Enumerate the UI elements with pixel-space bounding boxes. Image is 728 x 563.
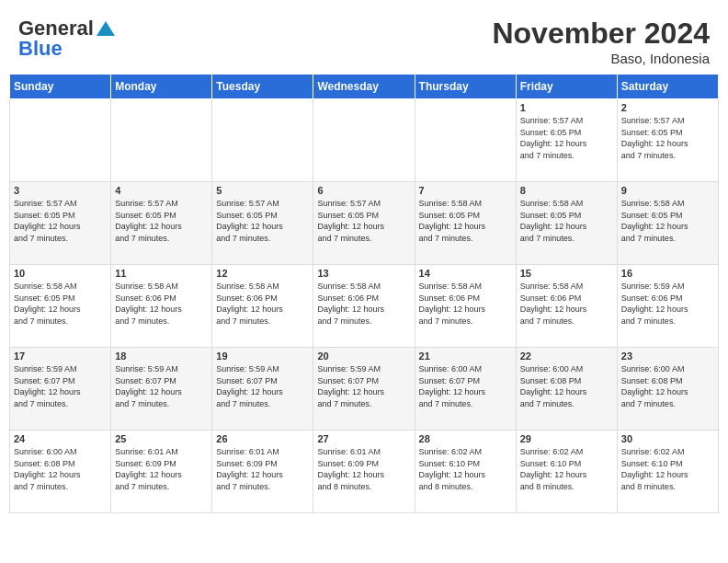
- calendar-table: SundayMondayTuesdayWednesdayThursdayFrid…: [9, 74, 719, 513]
- day-info: Sunrise: 5:57 AM Sunset: 6:05 PM Dayligh…: [216, 198, 309, 244]
- day-number: 7: [419, 185, 512, 196]
- calendar-cell: 10Sunrise: 5:58 AM Sunset: 6:05 PM Dayli…: [10, 265, 111, 348]
- day-info: Sunrise: 5:58 AM Sunset: 6:06 PM Dayligh…: [419, 281, 512, 327]
- calendar-cell: 28Sunrise: 6:02 AM Sunset: 6:10 PM Dayli…: [415, 431, 516, 513]
- day-info: Sunrise: 5:58 AM Sunset: 6:06 PM Dayligh…: [216, 281, 309, 327]
- day-info: Sunrise: 5:58 AM Sunset: 6:05 PM Dayligh…: [419, 198, 512, 244]
- location: Baso, Indonesia: [492, 51, 710, 66]
- weekday-header-monday: Monday: [111, 75, 212, 99]
- calendar-cell: 25Sunrise: 6:01 AM Sunset: 6:09 PM Dayli…: [111, 431, 212, 513]
- weekday-header-thursday: Thursday: [415, 75, 516, 99]
- calendar-cell: 4Sunrise: 5:57 AM Sunset: 6:05 PM Daylig…: [111, 182, 212, 265]
- day-info: Sunrise: 5:58 AM Sunset: 6:05 PM Dayligh…: [520, 198, 613, 244]
- weekday-header-friday: Friday: [516, 75, 617, 99]
- day-info: Sunrise: 6:02 AM Sunset: 6:10 PM Dayligh…: [419, 446, 512, 492]
- day-number: 2: [621, 102, 714, 113]
- day-info: Sunrise: 5:59 AM Sunset: 6:07 PM Dayligh…: [216, 363, 309, 409]
- calendar-cell: 23Sunrise: 6:00 AM Sunset: 6:08 PM Dayli…: [617, 348, 718, 431]
- month-title: November 2024: [492, 17, 710, 51]
- day-number: 4: [115, 185, 208, 196]
- weekday-header-tuesday: Tuesday: [212, 75, 313, 99]
- calendar-cell: 14Sunrise: 5:58 AM Sunset: 6:06 PM Dayli…: [415, 265, 516, 348]
- calendar-cell: 6Sunrise: 5:57 AM Sunset: 6:05 PM Daylig…: [313, 182, 415, 265]
- day-number: 17: [14, 350, 107, 362]
- week-row-1: 3Sunrise: 5:57 AM Sunset: 6:05 PM Daylig…: [10, 182, 719, 265]
- calendar-cell: [10, 99, 111, 182]
- calendar-cell: 8Sunrise: 5:58 AM Sunset: 6:05 PM Daylig…: [516, 182, 617, 265]
- calendar-cell: 30Sunrise: 6:02 AM Sunset: 6:10 PM Dayli…: [617, 431, 718, 513]
- calendar-cell: 13Sunrise: 5:58 AM Sunset: 6:06 PM Dayli…: [313, 265, 415, 348]
- day-number: 6: [317, 185, 410, 196]
- day-number: 1: [520, 102, 613, 113]
- day-number: 11: [115, 268, 208, 279]
- day-info: Sunrise: 6:02 AM Sunset: 6:10 PM Dayligh…: [621, 446, 714, 492]
- day-info: Sunrise: 5:58 AM Sunset: 6:06 PM Dayligh…: [115, 281, 208, 327]
- weekday-header-row: SundayMondayTuesdayWednesdayThursdayFrid…: [10, 75, 719, 99]
- calendar-cell: 24Sunrise: 6:00 AM Sunset: 6:08 PM Dayli…: [10, 431, 111, 513]
- day-info: Sunrise: 5:57 AM Sunset: 6:05 PM Dayligh…: [14, 198, 107, 244]
- page-header: General Blue November 2024 Baso, Indones…: [9, 9, 719, 70]
- day-info: Sunrise: 6:01 AM Sunset: 6:09 PM Dayligh…: [115, 446, 208, 492]
- day-number: 23: [621, 350, 714, 362]
- day-number: 13: [317, 268, 410, 279]
- logo: General Blue: [18, 17, 115, 61]
- day-number: 10: [14, 268, 107, 279]
- day-info: Sunrise: 5:59 AM Sunset: 6:06 PM Dayligh…: [621, 281, 714, 327]
- day-number: 18: [115, 350, 208, 362]
- calendar-cell: 1Sunrise: 5:57 AM Sunset: 6:05 PM Daylig…: [516, 99, 617, 182]
- day-number: 28: [419, 433, 512, 444]
- day-info: Sunrise: 6:00 AM Sunset: 6:08 PM Dayligh…: [520, 363, 613, 409]
- calendar-cell: 3Sunrise: 5:57 AM Sunset: 6:05 PM Daylig…: [10, 182, 111, 265]
- day-info: Sunrise: 5:59 AM Sunset: 6:07 PM Dayligh…: [14, 363, 107, 409]
- day-info: Sunrise: 6:02 AM Sunset: 6:10 PM Dayligh…: [520, 446, 613, 492]
- week-row-2: 10Sunrise: 5:58 AM Sunset: 6:05 PM Dayli…: [10, 265, 719, 348]
- calendar-cell: [313, 99, 415, 182]
- day-number: 9: [621, 185, 714, 196]
- calendar-cell: 18Sunrise: 5:59 AM Sunset: 6:07 PM Dayli…: [111, 348, 212, 431]
- week-row-3: 17Sunrise: 5:59 AM Sunset: 6:07 PM Dayli…: [10, 348, 719, 431]
- calendar-cell: 20Sunrise: 5:59 AM Sunset: 6:07 PM Dayli…: [313, 348, 415, 431]
- calendar-cell: 11Sunrise: 5:58 AM Sunset: 6:06 PM Dayli…: [111, 265, 212, 348]
- day-number: 26: [216, 433, 309, 444]
- day-number: 14: [419, 268, 512, 279]
- day-number: 3: [14, 185, 107, 196]
- calendar-cell: 17Sunrise: 5:59 AM Sunset: 6:07 PM Dayli…: [10, 348, 111, 431]
- day-info: Sunrise: 6:01 AM Sunset: 6:09 PM Dayligh…: [317, 446, 410, 492]
- calendar-cell: 2Sunrise: 5:57 AM Sunset: 6:05 PM Daylig…: [617, 99, 718, 182]
- day-number: 22: [520, 350, 613, 362]
- day-info: Sunrise: 5:58 AM Sunset: 6:06 PM Dayligh…: [317, 281, 410, 327]
- day-number: 27: [317, 433, 410, 444]
- day-number: 30: [621, 433, 714, 444]
- day-info: Sunrise: 5:57 AM Sunset: 6:05 PM Dayligh…: [520, 115, 613, 161]
- calendar-cell: [415, 99, 516, 182]
- weekday-header-sunday: Sunday: [10, 75, 111, 99]
- week-row-0: 1Sunrise: 5:57 AM Sunset: 6:05 PM Daylig…: [10, 99, 719, 182]
- day-info: Sunrise: 6:00 AM Sunset: 6:07 PM Dayligh…: [419, 363, 512, 409]
- calendar-cell: 9Sunrise: 5:58 AM Sunset: 6:05 PM Daylig…: [617, 182, 718, 265]
- day-info: Sunrise: 5:59 AM Sunset: 6:07 PM Dayligh…: [317, 363, 410, 409]
- day-info: Sunrise: 5:58 AM Sunset: 6:06 PM Dayligh…: [520, 281, 613, 327]
- calendar-cell: 27Sunrise: 6:01 AM Sunset: 6:09 PM Dayli…: [313, 431, 415, 513]
- day-info: Sunrise: 6:01 AM Sunset: 6:09 PM Dayligh…: [216, 446, 309, 492]
- logo-blue: Blue: [18, 37, 63, 60]
- day-number: 29: [520, 433, 613, 444]
- calendar-cell: 26Sunrise: 6:01 AM Sunset: 6:09 PM Dayli…: [212, 431, 313, 513]
- calendar-cell: 19Sunrise: 5:59 AM Sunset: 6:07 PM Dayli…: [212, 348, 313, 431]
- day-info: Sunrise: 5:57 AM Sunset: 6:05 PM Dayligh…: [621, 115, 714, 161]
- calendar-cell: 5Sunrise: 5:57 AM Sunset: 6:05 PM Daylig…: [212, 182, 313, 265]
- day-info: Sunrise: 5:57 AM Sunset: 6:05 PM Dayligh…: [115, 198, 208, 244]
- calendar-cell: 29Sunrise: 6:02 AM Sunset: 6:10 PM Dayli…: [516, 431, 617, 513]
- day-number: 21: [419, 350, 512, 362]
- calendar-cell: 12Sunrise: 5:58 AM Sunset: 6:06 PM Dayli…: [212, 265, 313, 348]
- day-number: 20: [317, 350, 410, 362]
- day-number: 19: [216, 350, 309, 362]
- day-info: Sunrise: 5:58 AM Sunset: 6:05 PM Dayligh…: [14, 281, 107, 327]
- day-number: 5: [216, 185, 309, 196]
- logo-triangle-icon: [97, 21, 115, 36]
- title-section: November 2024 Baso, Indonesia: [492, 17, 710, 66]
- calendar-cell: 21Sunrise: 6:00 AM Sunset: 6:07 PM Dayli…: [415, 348, 516, 431]
- calendar-cell: 22Sunrise: 6:00 AM Sunset: 6:08 PM Dayli…: [516, 348, 617, 431]
- day-info: Sunrise: 5:58 AM Sunset: 6:05 PM Dayligh…: [621, 198, 714, 244]
- day-number: 12: [216, 268, 309, 279]
- calendar-cell: 15Sunrise: 5:58 AM Sunset: 6:06 PM Dayli…: [516, 265, 617, 348]
